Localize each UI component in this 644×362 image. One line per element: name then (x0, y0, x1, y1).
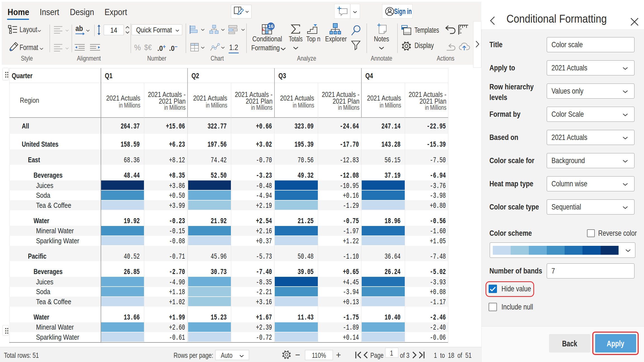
svg-text:16: 16 (268, 24, 274, 29)
